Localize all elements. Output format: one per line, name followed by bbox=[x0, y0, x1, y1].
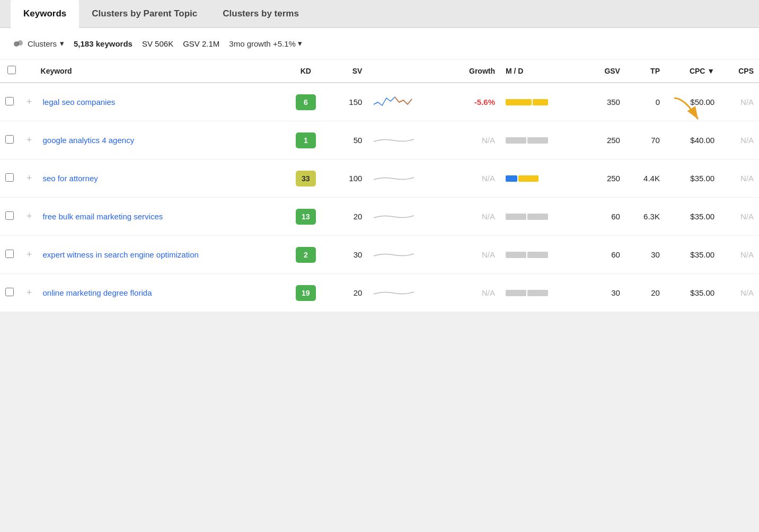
row-gsv: 60 bbox=[578, 236, 625, 274]
row-sparkline bbox=[367, 198, 445, 236]
row-kd: 1 bbox=[283, 121, 329, 159]
row-kd: 6 bbox=[283, 83, 329, 121]
row-cpc: $35.00 bbox=[665, 274, 720, 312]
growth-chevron: ▾ bbox=[298, 39, 302, 48]
tab-clusters-parent[interactable]: Clusters by Parent Topic bbox=[79, 0, 210, 28]
row-kd: 13 bbox=[283, 198, 329, 236]
row-gsv: 30 bbox=[578, 274, 625, 312]
row-cpc: $40.00 bbox=[665, 121, 720, 159]
row-cps: N/A bbox=[720, 83, 759, 121]
row-add-cell[interactable]: + bbox=[21, 159, 38, 198]
row-checkbox[interactable] bbox=[5, 211, 14, 220]
th-checkbox bbox=[0, 59, 21, 83]
clusters-button[interactable]: Clusters ▾ bbox=[13, 38, 64, 49]
th-keyword: Keyword bbox=[38, 59, 284, 83]
row-checkbox-cell bbox=[0, 121, 21, 159]
row-gsv: 250 bbox=[578, 121, 625, 159]
select-all-checkbox[interactable] bbox=[7, 66, 16, 74]
keyword-link[interactable]: free bulk email marketing services bbox=[43, 212, 163, 221]
row-tp: 6.3K bbox=[625, 198, 665, 236]
row-tp: 70 bbox=[625, 121, 665, 159]
row-add-cell[interactable]: + bbox=[21, 83, 38, 121]
row-growth: N/A bbox=[446, 198, 500, 236]
row-add-cell[interactable]: + bbox=[21, 236, 38, 274]
th-sv: SV bbox=[329, 59, 368, 83]
th-growth: Growth bbox=[446, 59, 500, 83]
row-checkbox[interactable] bbox=[5, 173, 14, 182]
row-cps: N/A bbox=[720, 236, 759, 274]
row-checkbox[interactable] bbox=[5, 250, 14, 258]
th-cps: CPS bbox=[720, 59, 759, 83]
row-tp: 0 bbox=[625, 83, 665, 121]
toolbar: Clusters ▾ 5,183 keywords SV 506K GSV 2.… bbox=[0, 28, 759, 59]
row-sv: 30 bbox=[329, 236, 368, 274]
row-keyword: online marketing degree florida bbox=[38, 274, 284, 312]
table-row: + seo for attorney 33 100 N/A 250 4.4K $… bbox=[0, 159, 759, 198]
row-tp: 20 bbox=[625, 274, 665, 312]
row-sv: 20 bbox=[329, 274, 368, 312]
keywords-table: Keyword KD SV Growth M / D GSV TP CPC ▼ … bbox=[0, 59, 759, 312]
row-cps: N/A bbox=[720, 121, 759, 159]
row-md bbox=[500, 159, 578, 198]
row-cpc: $35.00 bbox=[665, 236, 720, 274]
sv-stat: SV 506K bbox=[142, 39, 173, 48]
row-checkbox-cell bbox=[0, 274, 21, 312]
row-checkbox-cell bbox=[0, 198, 21, 236]
row-kd: 19 bbox=[283, 274, 329, 312]
row-tp: 4.4K bbox=[625, 159, 665, 198]
row-growth: N/A bbox=[446, 159, 500, 198]
th-tp: TP bbox=[625, 59, 665, 83]
table-row: + google analytics 4 agency 1 50 N/A 250… bbox=[0, 121, 759, 159]
table-row: + expert witness in search engine optimi… bbox=[0, 236, 759, 274]
table-row: + legal seo companies 6 150 -5.6% 350 0 … bbox=[0, 83, 759, 121]
row-gsv: 350 bbox=[578, 83, 625, 121]
row-sparkline bbox=[367, 83, 445, 121]
row-growth: N/A bbox=[446, 121, 500, 159]
gsv-stat: GSV 2.1M bbox=[183, 39, 219, 48]
keyword-link[interactable]: expert witness in search engine optimiza… bbox=[43, 250, 199, 259]
row-growth: N/A bbox=[446, 274, 500, 312]
row-checkbox[interactable] bbox=[5, 135, 14, 144]
th-sv-chart bbox=[367, 59, 445, 83]
tab-clusters-terms[interactable]: Clusters by terms bbox=[210, 0, 312, 28]
row-kd: 33 bbox=[283, 159, 329, 198]
row-sparkline bbox=[367, 159, 445, 198]
row-gsv: 250 bbox=[578, 159, 625, 198]
keyword-link[interactable]: seo for attorney bbox=[43, 174, 98, 183]
row-gsv: 60 bbox=[578, 198, 625, 236]
th-gsv: GSV bbox=[578, 59, 625, 83]
th-kd: KD bbox=[283, 59, 329, 83]
row-md bbox=[500, 83, 578, 121]
tab-keywords[interactable]: Keywords bbox=[11, 0, 79, 28]
row-sv: 150 bbox=[329, 83, 368, 121]
row-add-cell[interactable]: + bbox=[21, 274, 38, 312]
row-keyword: expert witness in search engine optimiza… bbox=[38, 236, 284, 274]
row-checkbox[interactable] bbox=[5, 97, 14, 105]
row-add-cell[interactable]: + bbox=[21, 198, 38, 236]
keyword-link[interactable]: google analytics 4 agency bbox=[43, 136, 135, 145]
row-keyword: seo for attorney bbox=[38, 159, 284, 198]
row-md bbox=[500, 121, 578, 159]
growth-label: 3mo growth +5.1% bbox=[229, 39, 296, 48]
growth-button[interactable]: 3mo growth +5.1% ▾ bbox=[229, 39, 302, 48]
row-md bbox=[500, 198, 578, 236]
row-cps: N/A bbox=[720, 274, 759, 312]
row-growth: -5.6% bbox=[446, 83, 500, 121]
keyword-link[interactable]: online marketing degree florida bbox=[43, 288, 152, 297]
row-add-cell[interactable]: + bbox=[21, 121, 38, 159]
row-checkbox[interactable] bbox=[5, 288, 14, 296]
svg-point-1 bbox=[17, 40, 23, 46]
page-wrapper: Keywords Clusters by Parent Topic Cluste… bbox=[0, 0, 759, 312]
row-keyword: free bulk email marketing services bbox=[38, 198, 284, 236]
keyword-link[interactable]: legal seo companies bbox=[43, 97, 116, 107]
th-add bbox=[21, 59, 38, 83]
table-header-row: Keyword KD SV Growth M / D GSV TP CPC ▼ … bbox=[0, 59, 759, 83]
row-checkbox-cell bbox=[0, 159, 21, 198]
row-md bbox=[500, 236, 578, 274]
th-cpc[interactable]: CPC ▼ bbox=[665, 59, 720, 83]
row-sparkline bbox=[367, 236, 445, 274]
row-keyword: legal seo companies bbox=[38, 83, 284, 121]
clusters-chevron: ▾ bbox=[60, 39, 64, 48]
row-sv: 100 bbox=[329, 159, 368, 198]
row-cpc: $50.00 bbox=[665, 83, 720, 121]
